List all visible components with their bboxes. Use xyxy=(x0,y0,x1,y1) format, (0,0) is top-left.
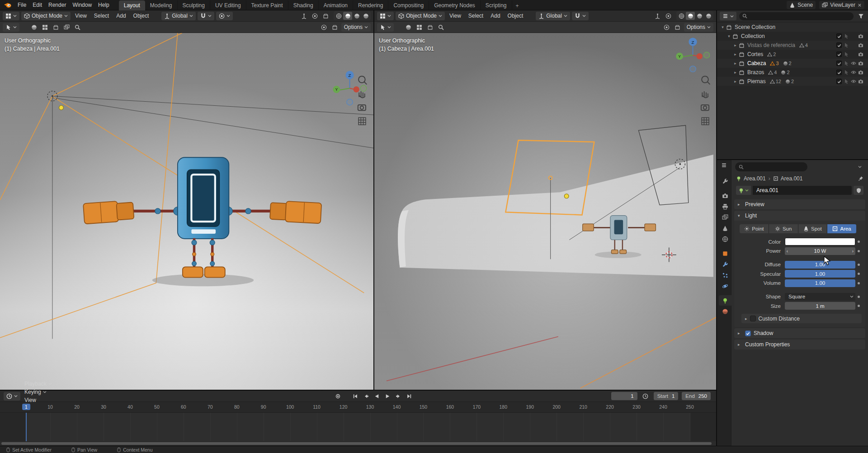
playback-sync-icon[interactable] xyxy=(641,392,650,400)
outliner-item-vistas-de-referencia[interactable]: ▸Vistas de referencia4 xyxy=(717,41,868,50)
animate-property-dot[interactable] xyxy=(855,282,862,284)
animate-property-dot[interactable] xyxy=(855,264,862,266)
light-shape-field[interactable]: Square xyxy=(785,293,855,301)
light-diffuse-field[interactable]: 1.00 xyxy=(785,261,855,269)
exclude-checkbox[interactable] xyxy=(835,61,843,66)
breadcrumb-object[interactable]: Area.001 xyxy=(744,175,766,182)
outliner-item-cabeza[interactable]: ▸Cabeza32 xyxy=(717,59,868,68)
frame-start-field[interactable]: Start1 xyxy=(654,392,679,400)
snap-toggle[interactable] xyxy=(572,12,589,20)
custom-distance-checkbox[interactable] xyxy=(750,316,756,321)
collection-visibility-icon[interactable] xyxy=(425,23,434,31)
menu-view[interactable]: View xyxy=(447,12,464,20)
overlays-dropdown-icon[interactable] xyxy=(673,23,682,31)
properties-tab-object[interactable] xyxy=(719,248,731,259)
shading-sphere-icon[interactable] xyxy=(404,23,413,31)
current-frame-field[interactable]: 1 xyxy=(611,392,637,400)
scene-selector[interactable]: Scene xyxy=(787,1,816,9)
cursor-toggle-icon[interactable] xyxy=(843,33,850,39)
timeline-scrollbar[interactable] xyxy=(0,441,716,446)
cursor-toggle-icon[interactable] xyxy=(843,52,850,57)
properties-tab-scene[interactable] xyxy=(719,223,731,233)
shading-rendered-button[interactable] xyxy=(704,12,713,20)
properties-tab-world[interactable] xyxy=(719,234,731,244)
xray-toggle[interactable] xyxy=(321,12,330,20)
menu-render[interactable]: Render xyxy=(45,1,69,9)
menu-add[interactable]: Add xyxy=(113,12,128,20)
add-workspace-button[interactable]: + xyxy=(512,1,523,10)
outliner-item-piernas[interactable]: ▸Piernas122 xyxy=(717,77,868,86)
checker-texture-icon[interactable] xyxy=(40,23,49,31)
menu-view[interactable]: View xyxy=(72,12,90,20)
image-reference-icon[interactable] xyxy=(62,23,71,31)
workspace-tab-uv-editing[interactable]: UV Editing xyxy=(210,0,246,10)
scene-front-view[interactable]: Z Y xyxy=(0,33,373,390)
show-overlays-toggle[interactable] xyxy=(664,12,673,20)
cursor-toggle-icon[interactable] xyxy=(843,42,850,48)
play-reverse-button[interactable] xyxy=(372,392,382,401)
shading-material-button[interactable] xyxy=(352,12,361,20)
panel-preview-header[interactable]: ▸Preview xyxy=(734,199,865,209)
options-dropdown[interactable]: Options xyxy=(341,23,371,32)
active-tool-button[interactable] xyxy=(3,23,19,32)
panel-shadow-header[interactable]: ▸Shadow xyxy=(734,328,865,338)
light-power-field[interactable]: ‹10 W› xyxy=(785,247,855,255)
auto-keyframe-toggle[interactable] xyxy=(333,392,343,401)
expand-toggle-icon[interactable]: ▸ xyxy=(732,79,738,84)
cursor-toggle-icon[interactable] xyxy=(843,79,850,84)
light-color-field[interactable] xyxy=(785,238,855,245)
frame-end-field[interactable]: End250 xyxy=(682,392,711,400)
workspace-tab-compositing[interactable]: Compositing xyxy=(388,0,429,10)
workspace-tab-rendering[interactable]: Rendering xyxy=(353,0,388,10)
active-tool-button[interactable] xyxy=(377,23,394,32)
shading-wireframe-button[interactable] xyxy=(334,12,343,20)
expand-toggle-icon[interactable]: ▸ xyxy=(732,52,738,57)
light-size-field[interactable]: 1 m xyxy=(785,302,855,310)
workspace-tab-scripting[interactable]: Scripting xyxy=(481,0,512,10)
viewport-left-canvas[interactable]: Z Y xyxy=(0,33,373,390)
blender-logo-icon[interactable] xyxy=(4,1,12,9)
outliner-item-brazos[interactable]: ▸Brazos42 xyxy=(717,68,868,77)
properties-tab-tool[interactable] xyxy=(719,176,731,186)
cursor-toggle-icon[interactable] xyxy=(843,70,850,75)
outliner-search-input[interactable] xyxy=(739,12,854,20)
workspace-tab-shading[interactable]: Shading xyxy=(288,0,319,10)
proportional-editing-toggle[interactable] xyxy=(216,12,233,20)
timeline-ruler[interactable]: 1020304050607080901001101201301401501601… xyxy=(0,402,716,413)
menu-file[interactable]: File xyxy=(14,1,29,9)
expand-toggle-icon[interactable]: ▸ xyxy=(732,43,738,47)
properties-options-icon[interactable] xyxy=(855,163,864,171)
pin-id-icon[interactable] xyxy=(858,176,863,181)
shading-rendered-button[interactable] xyxy=(361,12,370,20)
outliner-editor-type-button[interactable] xyxy=(720,12,736,20)
editor-type-button[interactable] xyxy=(3,12,19,20)
eye-toggle-icon[interactable] xyxy=(850,61,857,66)
fake-user-shield-icon[interactable] xyxy=(854,186,863,195)
checker-texture-icon[interactable] xyxy=(415,23,424,31)
expand-toggle-icon[interactable]: ▾ xyxy=(720,25,726,29)
animate-property-dot[interactable] xyxy=(855,305,862,307)
exclude-checkbox[interactable] xyxy=(835,70,843,75)
mode-dropdown[interactable]: Object Mode xyxy=(396,12,445,20)
timeline-body[interactable] xyxy=(0,413,716,441)
light-volume-field[interactable]: 1.00 xyxy=(785,279,855,287)
collection-visibility-icon[interactable] xyxy=(51,23,60,31)
camera-toggle-icon[interactable] xyxy=(857,70,864,75)
panel-custom-distance[interactable]: ▸Custom Distance xyxy=(741,314,862,323)
properties-tab-object-data[interactable] xyxy=(719,295,731,306)
light-type-sun[interactable]: Sun xyxy=(769,224,798,233)
shading-solid-button[interactable] xyxy=(686,12,695,20)
view-layer-selector[interactable]: ViewLayer xyxy=(819,1,864,9)
properties-tab-material[interactable] xyxy=(719,306,731,316)
camera-toggle-icon[interactable] xyxy=(857,79,864,84)
exclude-checkbox[interactable] xyxy=(835,79,843,84)
workspace-tab-texture-paint[interactable]: Texture Paint xyxy=(246,0,288,10)
shadow-checkbox[interactable] xyxy=(745,330,751,336)
menu-edit[interactable]: Edit xyxy=(29,1,45,9)
exclude-checkbox[interactable] xyxy=(835,33,843,39)
scrollbar-handle[interactable] xyxy=(1,442,712,445)
panel-custom-properties-header[interactable]: ▸Custom Properties xyxy=(734,340,865,349)
light-type-point[interactable]: Point xyxy=(740,224,769,233)
shading-wireframe-button[interactable] xyxy=(677,12,686,20)
gizmos-dropdown-icon[interactable] xyxy=(320,23,329,31)
